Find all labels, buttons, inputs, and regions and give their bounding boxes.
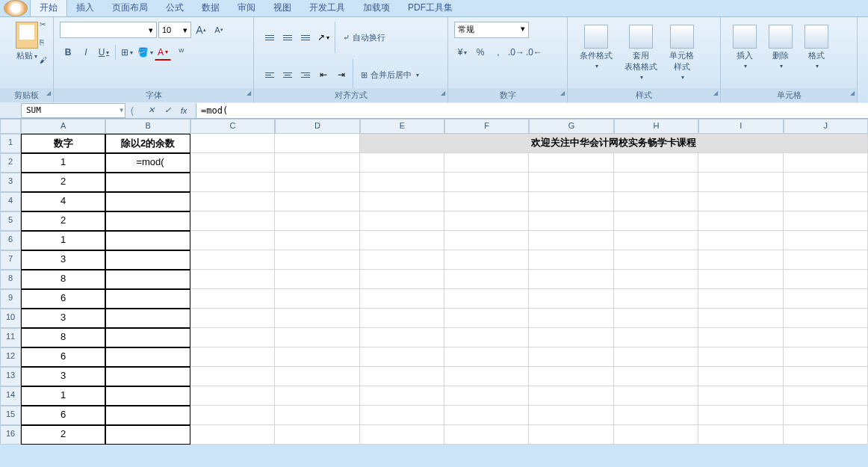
align-bottom-button[interactable] xyxy=(297,29,314,46)
comma-button[interactable]: , xyxy=(490,44,506,61)
cell[interactable] xyxy=(614,347,698,367)
font-color-button[interactable]: A xyxy=(155,44,171,61)
cell[interactable] xyxy=(444,231,529,250)
indent-decrease-button[interactable]: ⇤ xyxy=(315,67,332,83)
cell[interactable] xyxy=(275,134,359,153)
cell[interactable] xyxy=(698,328,783,347)
cell[interactable] xyxy=(275,192,359,211)
tab-pdf[interactable]: PDF工具集 xyxy=(399,0,462,16)
cell[interactable] xyxy=(444,211,529,231)
cell[interactable] xyxy=(275,328,359,347)
cell[interactable] xyxy=(190,367,275,386)
cell[interactable] xyxy=(360,173,444,192)
cell[interactable] xyxy=(444,328,529,347)
cell[interactable] xyxy=(614,309,698,328)
row-header[interactable]: 2 xyxy=(0,153,21,173)
format-painter-button[interactable]: 🖌 xyxy=(40,56,52,68)
cell[interactable] xyxy=(614,328,698,347)
indent-increase-button[interactable]: ⇥ xyxy=(333,67,350,83)
cell[interactable] xyxy=(360,347,444,367)
column-header[interactable]: E xyxy=(360,119,444,134)
cell[interactable] xyxy=(529,309,613,328)
cell[interactable] xyxy=(190,250,275,270)
cell[interactable] xyxy=(614,211,698,231)
cell[interactable] xyxy=(105,309,190,328)
cell[interactable] xyxy=(529,192,613,211)
cell[interactable] xyxy=(275,289,359,309)
cell[interactable] xyxy=(444,425,529,445)
cell[interactable] xyxy=(360,386,444,406)
cell[interactable] xyxy=(698,386,783,406)
format-cell-button[interactable]: 格式 xyxy=(800,23,833,71)
cell[interactable] xyxy=(105,386,190,406)
cell[interactable] xyxy=(360,425,444,445)
formula-input[interactable] xyxy=(196,103,868,118)
cell[interactable] xyxy=(360,153,444,173)
shrink-font-button[interactable]: A▾ xyxy=(211,22,227,38)
cell[interactable] xyxy=(190,153,275,173)
cell[interactable] xyxy=(444,347,529,367)
font-name-combo[interactable]: ▾ xyxy=(60,22,157,38)
cell[interactable] xyxy=(784,328,868,347)
border-button[interactable]: ⊞ xyxy=(119,44,135,61)
cell[interactable]: 2 xyxy=(21,173,105,192)
row-header[interactable]: 7 xyxy=(0,250,21,270)
cell[interactable] xyxy=(529,425,613,445)
cell[interactable] xyxy=(360,192,444,211)
enter-formula-button[interactable]: ✓ xyxy=(160,104,175,117)
cell[interactable] xyxy=(444,270,529,289)
cell[interactable] xyxy=(529,173,613,192)
cell[interactable] xyxy=(105,231,190,250)
cell[interactable] xyxy=(190,328,275,347)
cell[interactable]: 6 xyxy=(21,406,105,425)
column-header[interactable]: B xyxy=(105,119,190,134)
cell[interactable] xyxy=(190,347,275,367)
cell[interactable] xyxy=(698,192,783,211)
underline-button[interactable]: U xyxy=(96,44,112,61)
align-top-button[interactable] xyxy=(261,29,278,46)
row-header[interactable]: 12 xyxy=(0,347,21,367)
row-header[interactable]: 6 xyxy=(0,231,21,250)
cell[interactable] xyxy=(529,289,613,309)
select-all-corner[interactable] xyxy=(0,119,21,134)
phonetic-button[interactable]: ᵂ xyxy=(173,44,189,61)
cell[interactable] xyxy=(784,309,868,328)
cell[interactable] xyxy=(105,211,190,231)
cell[interactable] xyxy=(190,270,275,289)
cell[interactable] xyxy=(444,406,529,425)
cell[interactable] xyxy=(190,386,275,406)
increase-decimal-button[interactable]: .0→ xyxy=(508,44,524,61)
number-format-combo[interactable]: 常规▾ xyxy=(454,22,529,38)
cell[interactable]: 8 xyxy=(21,270,105,289)
insert-cell-button[interactable]: 插入 xyxy=(728,23,761,71)
row-header[interactable]: 1 xyxy=(0,134,21,153)
cell[interactable] xyxy=(360,250,444,270)
cut-button[interactable]: ✂ xyxy=(40,20,52,32)
cell[interactable] xyxy=(614,289,698,309)
tab-review[interactable]: 审阅 xyxy=(229,0,264,16)
align-middle-button[interactable] xyxy=(279,29,296,46)
cell[interactable] xyxy=(529,347,613,367)
row-header[interactable]: 14 xyxy=(0,386,21,406)
row-header[interactable]: 11 xyxy=(0,328,21,347)
row-header[interactable]: 16 xyxy=(0,425,21,445)
delete-cell-button[interactable]: 删除 xyxy=(764,23,797,71)
cell[interactable] xyxy=(275,173,359,192)
cell[interactable] xyxy=(529,367,613,386)
cell[interactable] xyxy=(105,406,190,425)
row-header[interactable]: 15 xyxy=(0,406,21,425)
cell[interactable] xyxy=(275,347,359,367)
font-size-combo[interactable]: 10▾ xyxy=(158,22,191,38)
cell[interactable] xyxy=(784,173,868,192)
cell[interactable] xyxy=(698,309,783,328)
cell[interactable] xyxy=(529,153,613,173)
cell[interactable] xyxy=(105,289,190,309)
cell[interactable] xyxy=(360,231,444,250)
cell[interactable] xyxy=(784,231,868,250)
row-header[interactable]: 10 xyxy=(0,309,21,328)
office-button[interactable] xyxy=(4,0,28,16)
cell[interactable] xyxy=(360,211,444,231)
fill-color-button[interactable]: 🪣 xyxy=(137,44,153,61)
cell[interactable] xyxy=(529,386,613,406)
cell[interactable]: 欢迎关注中华会计网校实务畅学卡课程 xyxy=(360,134,868,153)
